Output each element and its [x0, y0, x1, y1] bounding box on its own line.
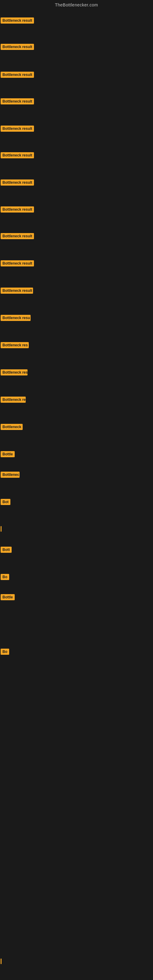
result-item-17[interactable]: Bottle — [1, 451, 15, 458]
result-item-22[interactable]: Bo — [1, 574, 9, 581]
result-item-16[interactable]: Bottleneck — [1, 424, 22, 431]
bottleneck-badge-17: Bottle — [1, 451, 15, 457]
bottleneck-badge-5: Bottleneck result — [1, 126, 34, 132]
bottleneck-badge-1: Bottleneck result — [1, 18, 34, 24]
bottleneck-badge-8: Bottleneck result — [1, 207, 34, 213]
bottleneck-badge-3: Bottleneck result — [1, 72, 34, 78]
bottleneck-badge-13: Bottleneck res — [1, 342, 29, 348]
result-item-15[interactable]: Bottleneck re — [1, 396, 26, 404]
result-item-3[interactable]: Bottleneck result — [1, 72, 34, 79]
result-item-19[interactable]: Bot — [1, 499, 10, 506]
bottleneck-badge-6: Bottleneck result — [1, 152, 34, 158]
result-item-25[interactable]: Bo — [1, 649, 9, 656]
bottleneck-badge-11: Bottleneck result — [1, 288, 33, 294]
site-title: TheBottlenecker.com — [0, 0, 153, 9]
result-item-23[interactable]: Bottle — [1, 594, 15, 601]
bottleneck-badge-15: Bottleneck re — [1, 396, 26, 403]
bottleneck-badge-21: Bott — [1, 547, 12, 553]
bottleneck-badge-12: Bottleneck resu — [1, 315, 30, 321]
result-item-5[interactable]: Bottleneck result — [1, 126, 34, 133]
vertical-line-35 — [1, 959, 2, 964]
bottleneck-badge-4: Bottleneck result — [1, 98, 34, 105]
bottleneck-badge-2: Bottleneck result — [1, 44, 34, 50]
bottleneck-badge-16: Bottleneck — [1, 424, 22, 430]
result-item-12[interactable]: Bottleneck resu — [1, 315, 30, 322]
result-item-13[interactable]: Bottleneck res — [1, 342, 29, 350]
bottleneck-badge-14: Bottleneck res — [1, 369, 27, 375]
result-item-21[interactable]: Bott — [1, 547, 12, 554]
result-item-18[interactable]: Bottlenec — [1, 472, 19, 479]
result-item-11[interactable]: Bottleneck result — [1, 288, 33, 295]
bottleneck-badge-10: Bottleneck result — [1, 260, 34, 266]
result-item-4[interactable]: Bottleneck result — [1, 98, 34, 106]
result-item-2[interactable]: Bottleneck result — [1, 44, 34, 51]
bottleneck-badge-18: Bottlenec — [1, 472, 19, 478]
result-item-7[interactable]: Bottleneck result — [1, 180, 34, 187]
result-item-14[interactable]: Bottleneck res — [1, 369, 27, 377]
bottleneck-badge-23: Bottle — [1, 594, 15, 600]
result-item-1[interactable]: Bottleneck result — [1, 18, 34, 25]
bottleneck-badge-7: Bottleneck result — [1, 180, 34, 186]
vertical-line-20 — [1, 526, 2, 531]
bottleneck-badge-9: Bottleneck result — [1, 233, 34, 239]
bottleneck-badge-19: Bot — [1, 499, 10, 505]
result-item-6[interactable]: Bottleneck result — [1, 152, 34, 159]
result-item-10[interactable]: Bottleneck result — [1, 260, 34, 268]
bottleneck-badge-22: Bo — [1, 574, 9, 580]
result-item-9[interactable]: Bottleneck result — [1, 233, 34, 240]
result-item-8[interactable]: Bottleneck result — [1, 207, 34, 214]
bottleneck-badge-25: Bo — [1, 649, 9, 655]
